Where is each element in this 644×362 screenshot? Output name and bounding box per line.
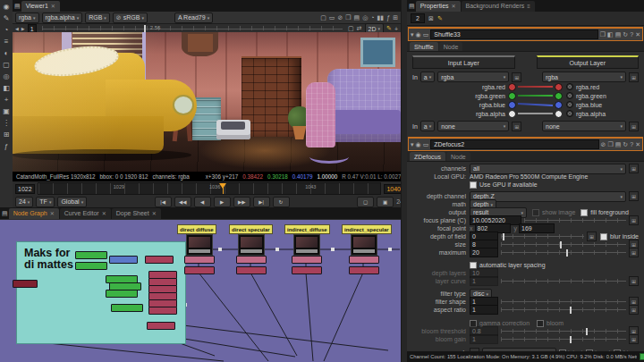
node-graph-canvas[interactable]: Maks for di mattes direct diffuse direct… <box>0 220 401 362</box>
panel-page-icon[interactable]: ▤ <box>14 3 21 10</box>
close-icon[interactable]: ✕ <box>152 210 157 216</box>
filter-tool-icon[interactable]: ▢ <box>3 61 10 69</box>
in-index-select[interactable]: a▾ <box>420 72 435 82</box>
shuffle-node[interactable] <box>349 256 379 264</box>
layer-select[interactable]: rgba▾ <box>15 13 39 23</box>
gain-slider[interactable]: 2.56 <box>42 25 343 32</box>
read-node[interactable] <box>293 234 320 256</box>
split-panel-icon[interactable]: ◧ <box>607 31 614 38</box>
viewer-image[interactable] <box>13 32 401 172</box>
merge-tool-icon[interactable]: ◧ <box>3 84 10 92</box>
minimize-icon[interactable]: ▭ <box>423 31 429 38</box>
anim-menu-button[interactable]: ⊞ <box>587 232 597 241</box>
tab-properties[interactable]: Properties ✕ <box>416 1 461 12</box>
gain-slider-handle[interactable] <box>144 25 146 32</box>
channel-tool-icon[interactable]: ≡ <box>4 38 9 46</box>
channel-radio[interactable] <box>566 110 573 117</box>
tab-viewer1[interactable]: Viewer1 ✕ <box>21 1 60 12</box>
copy-node[interactable] <box>106 290 138 298</box>
proxy-icon[interactable]: ❒ <box>345 14 351 21</box>
gamma-icon[interactable]: ▭ <box>329 14 335 21</box>
range-start-input[interactable]: 1022 <box>15 184 35 194</box>
play-backward-fast-button[interactable]: ◀◀ <box>174 197 191 207</box>
revert-icon[interactable]: ↻ <box>623 31 628 38</box>
roi-icon[interactable]: ▢ <box>348 25 354 32</box>
keyer-tool-icon[interactable]: ◎ <box>4 72 10 80</box>
input-select[interactable]: A Read79▾ <box>174 13 213 23</box>
copy-node[interactable] <box>75 262 107 270</box>
center-node-icon[interactable]: ◉ <box>416 141 421 148</box>
size-slider[interactable] <box>501 241 626 248</box>
gain-icon[interactable]: ▢ <box>320 14 326 21</box>
input2-layer-select[interactable]: none▾ <box>437 121 509 131</box>
minimize-icon[interactable]: ▭ <box>423 141 429 148</box>
clock-icon[interactable]: ◔ <box>370 14 374 21</box>
tab-shuffle[interactable]: Shuffle <box>410 42 438 51</box>
panel-page-icon[interactable]: ▤ <box>2 210 8 217</box>
channel-grid-button[interactable]: ⊞ <box>629 191 639 201</box>
in2-index-select[interactable]: a▾ <box>420 121 435 131</box>
grade-node[interactable] <box>184 266 215 274</box>
views-tool-icon[interactable]: ⊞ <box>4 130 10 139</box>
display-select[interactable]: RGB▾ <box>85 13 110 23</box>
fill-foreground-checkbox[interactable] <box>580 209 588 216</box>
output2-layer-select[interactable]: none▾ <box>542 121 626 131</box>
tab-zdefocus[interactable]: ZDefocus <box>410 152 445 161</box>
shuffle-node[interactable] <box>184 256 215 264</box>
play-forward-button[interactable]: ▶ <box>214 197 231 207</box>
play-backward-button[interactable]: ◀ <box>194 197 211 207</box>
copy-node[interactable] <box>75 251 107 259</box>
tab-shuffle-node[interactable]: Node <box>439 42 463 51</box>
read-node[interactable] <box>186 234 213 256</box>
fstop-icon[interactable]: ƒ <box>386 14 390 21</box>
shuffle-node[interactable] <box>147 322 175 330</box>
aspect-ratio-input[interactable]: 1 <box>470 305 498 315</box>
channel-dot-alpha[interactable] <box>555 110 563 118</box>
revert-icon[interactable]: ↻ <box>623 141 628 148</box>
sample-wand-icon[interactable]: ✎ <box>386 25 392 32</box>
bloom-gain-input[interactable]: 1 <box>470 334 498 344</box>
filter-shape-slider[interactable] <box>501 299 626 306</box>
channel-dot-red[interactable] <box>508 83 516 91</box>
grade-node[interactable] <box>236 266 267 274</box>
anim-menu-button[interactable]: ⊞ <box>629 276 639 286</box>
close-icon[interactable]: ✕ <box>51 3 55 9</box>
anim-menu-button[interactable]: ⊞ <box>629 248 639 257</box>
channel-dot-green[interactable] <box>555 92 563 100</box>
channel-dot-alpha[interactable] <box>508 110 516 118</box>
menu-icon[interactable]: ≡ <box>527 4 530 9</box>
swap-icon[interactable]: ⇄ <box>357 25 362 32</box>
channel-radio[interactable] <box>566 101 573 108</box>
focus-plane-slider[interactable] <box>524 217 626 224</box>
close-icon[interactable]: ✕ <box>452 3 456 9</box>
channel-dot-blue[interactable] <box>508 101 516 109</box>
other-tool-icon[interactable]: ƒ <box>4 142 8 150</box>
merge-node[interactable] <box>109 256 138 264</box>
max-panels-input[interactable]: 2 <box>411 13 425 23</box>
channel-grid-button[interactable]: ⊞ <box>629 72 639 82</box>
blur-inside-checkbox[interactable] <box>600 233 607 240</box>
3d-tool-icon[interactable]: ▣ <box>3 107 10 115</box>
channels-select[interactable]: all▾ <box>470 164 626 174</box>
pencil-icon[interactable]: ✎ <box>437 15 443 22</box>
particles-tool-icon[interactable]: ⋮ <box>3 119 10 127</box>
zdefocus-node-name[interactable]: ZDefocus2 <box>430 139 598 149</box>
timeline-track[interactable]: 1029 1036 1043 <box>38 182 382 195</box>
bloom-gain-slider[interactable] <box>501 336 626 343</box>
tab-background-renders[interactable]: Background Renders ≡ <box>462 1 535 12</box>
channel-radio[interactable] <box>566 83 573 90</box>
close-icon[interactable]: ✕ <box>102 210 106 216</box>
focal-y-input[interactable]: 169 <box>519 223 555 233</box>
shuffle-node[interactable] <box>145 256 174 264</box>
panel-page-icon[interactable]: ▤ <box>409 3 415 10</box>
trash-icon[interactable]: ⊠ <box>428 15 434 22</box>
draw-tool-icon[interactable]: ✎ <box>4 14 10 22</box>
read-node[interactable] <box>351 234 377 256</box>
image-tool-icon[interactable]: ◉ <box>4 3 10 11</box>
close-panel-icon[interactable]: ✕ <box>635 141 640 148</box>
help-icon[interactable]: ? <box>630 31 633 38</box>
channel-radio[interactable] <box>566 92 573 99</box>
channel-dot-green[interactable] <box>508 92 516 100</box>
go-start-button[interactable]: |◀ <box>155 197 172 207</box>
mask-node[interactable] <box>13 280 38 288</box>
